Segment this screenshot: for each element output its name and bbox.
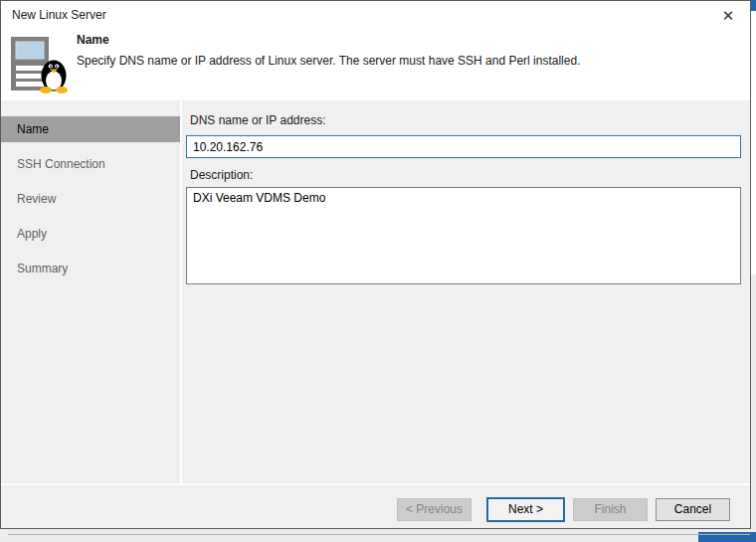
- window-title: New Linux Server: [12, 8, 106, 22]
- cancel-button[interactable]: Cancel: [656, 498, 730, 521]
- linux-server-icon: [10, 35, 68, 94]
- dns-input[interactable]: [186, 135, 741, 158]
- title-bar: New Linux Server ✕: [1, 1, 750, 31]
- dialog-header: New Linux Server ✕: [1, 1, 750, 100]
- new-linux-server-dialog: New Linux Server ✕: [0, 0, 751, 529]
- close-icon[interactable]: ✕: [717, 5, 739, 27]
- step-title: Name: [77, 33, 109, 47]
- sidebar-item-name[interactable]: Name: [1, 116, 180, 142]
- previous-button[interactable]: < Previous: [397, 498, 472, 521]
- sidebar-item-summary[interactable]: Summary: [1, 256, 180, 281]
- sidebar-content-divider: [180, 101, 182, 483]
- description-label: Description:: [190, 168, 253, 182]
- next-button[interactable]: Next >: [486, 497, 565, 522]
- background-window-divider: [8, 534, 750, 535]
- dns-label: DNS name or IP address:: [190, 113, 326, 127]
- sidebar-item-ssh-connection[interactable]: SSH Connection: [1, 151, 180, 177]
- description-textarea[interactable]: DXi Veeam VDMS Demo: [186, 187, 741, 284]
- sidebar-item-apply[interactable]: Apply: [1, 221, 180, 247]
- wizard-steps-sidebar: Name SSH Connection Review Apply Summary: [1, 101, 180, 290]
- footer-divider: [1, 483, 750, 485]
- step-description: Specify DNS name or IP address of Linux …: [77, 54, 723, 69]
- finish-button[interactable]: Finish: [573, 498, 648, 521]
- sidebar-item-review[interactable]: Review: [1, 186, 180, 212]
- background-window-edge: [751, 11, 756, 274]
